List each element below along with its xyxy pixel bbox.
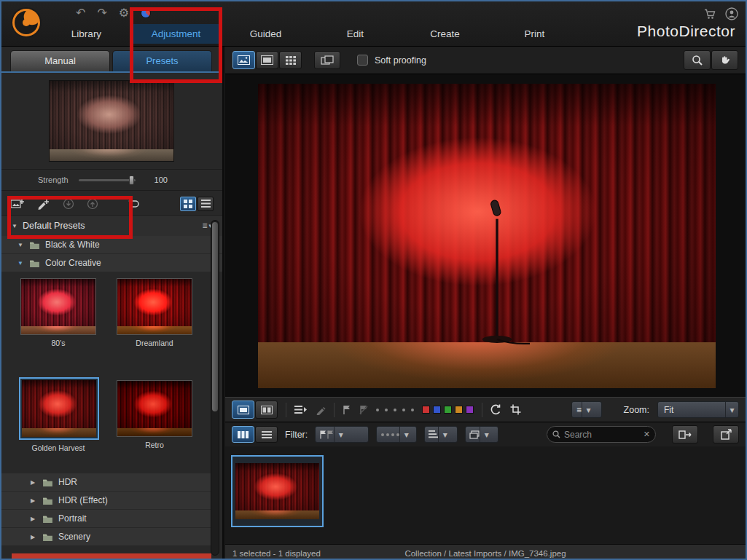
color-label-orange[interactable] <box>455 406 463 414</box>
undo-arrow-icon[interactable]: ↶ <box>76 6 85 20</box>
sidebar-tabs: Manual Presets <box>1 47 222 73</box>
cart-icon[interactable] <box>704 9 716 20</box>
open-external-icon[interactable] <box>713 425 739 443</box>
rating-dot[interactable] <box>411 409 414 411</box>
rating-dot[interactable] <box>385 409 388 411</box>
color-label-swatches <box>422 406 474 414</box>
gear-icon[interactable]: ⚙ <box>119 6 129 20</box>
rating-filter-dropdown[interactable]: ▾ <box>376 426 417 443</box>
folder-hdr-effect[interactable]: ▶ HDR (Effect) <box>1 492 211 509</box>
tab-guided[interactable]: Guided <box>221 24 310 44</box>
edit-pencil-icon[interactable] <box>316 405 326 415</box>
preset-golden-harvest-selected[interactable]: Golden Harvest <box>19 377 98 452</box>
add-preset-icon[interactable] <box>10 198 25 210</box>
default-presets-header[interactable]: ▼ Default Presets ≡ ▾ <box>1 216 222 236</box>
upload-preset-icon[interactable] <box>87 198 98 210</box>
grid-view-icon[interactable] <box>180 197 196 211</box>
preset-dreamland[interactable]: Dreamland <box>115 278 194 347</box>
stack-dropdown[interactable]: ▾ <box>465 426 498 443</box>
directorzone-badge-icon[interactable] <box>141 8 151 18</box>
folder-scenery[interactable]: ▶ Scenery <box>1 528 211 545</box>
tree-item-color-creative[interactable]: ▼ Color Creative <box>1 254 222 272</box>
download-preset-icon[interactable] <box>63 198 74 210</box>
crop-icon[interactable] <box>510 404 521 415</box>
browser-grid-icon[interactable] <box>279 51 302 69</box>
edit-preset-icon[interactable] <box>37 198 50 210</box>
account-icon[interactable] <box>725 7 738 20</box>
rating-dot[interactable] <box>394 409 396 411</box>
filmstrip-view-icon[interactable] <box>232 426 254 443</box>
main-workspace: Soft proofing <box>225 47 746 559</box>
flag-pick-icon[interactable] <box>343 405 351 415</box>
preset-folder-list: ▶ HDR ▶ HDR (Effect) ▶ Portrait ▶ Scener… <box>1 473 211 546</box>
strength-slider-handle[interactable] <box>129 176 134 185</box>
color-label-red[interactable] <box>422 406 430 414</box>
zoom-fit-dropdown[interactable]: Fit ▾ <box>657 401 739 418</box>
chevron-right-icon[interactable]: ▶ <box>31 534 37 540</box>
tab-manual[interactable]: Manual <box>10 50 110 71</box>
flag-filter-dropdown[interactable]: ▾ <box>315 426 369 443</box>
search-box[interactable]: ✕ <box>547 426 656 443</box>
pan-hand-icon[interactable] <box>711 50 738 70</box>
folder-hdr[interactable]: ▶ HDR <box>1 473 211 491</box>
preset-category-tree: ▼ Black & White ▼ Color Creative <box>1 236 222 272</box>
clear-search-icon[interactable]: ✕ <box>644 430 650 439</box>
magnifier-icon[interactable] <box>684 50 711 70</box>
sidebar-scrollbar[interactable] <box>211 220 219 556</box>
tree-item-black-white[interactable]: ▼ Black & White <box>1 236 222 253</box>
cyberlink-logo-icon[interactable] <box>10 7 42 39</box>
scrollbar-thumb[interactable] <box>212 222 218 411</box>
divider <box>482 403 482 417</box>
rating-dot[interactable] <box>376 409 379 411</box>
reset-undo-icon[interactable] <box>127 198 140 209</box>
compare-before-after-icon[interactable] <box>314 51 340 69</box>
tab-presets[interactable]: Presets <box>112 50 212 71</box>
strength-slider[interactable] <box>79 179 136 181</box>
soft-proofing-checkbox[interactable] <box>357 55 368 66</box>
tab-print[interactable]: Print <box>490 24 579 44</box>
color-label-purple[interactable] <box>466 406 474 414</box>
list-mode-icon[interactable] <box>255 426 278 443</box>
tab-adjustment[interactable]: Adjustment <box>131 24 221 44</box>
chevron-right-icon[interactable]: ▶ <box>31 516 37 522</box>
split-view-icon[interactable] <box>255 401 278 419</box>
single-photo-view-icon[interactable] <box>232 401 254 419</box>
tree-item-label: Color Creative <box>45 258 101 268</box>
single-view-icon[interactable] <box>232 51 255 69</box>
preset-80s[interactable]: 80's <box>19 278 98 347</box>
filmstrip-thumbnail-selected[interactable] <box>231 455 324 527</box>
search-input[interactable] <box>564 430 640 440</box>
folder-portrait[interactable]: ▶ Portrait <box>1 510 211 527</box>
compare-mode-group <box>232 401 278 419</box>
chevron-down-icon[interactable]: ▼ <box>17 260 24 267</box>
flag-reject-icon[interactable] <box>359 405 368 415</box>
tab-create[interactable]: Create <box>400 24 490 44</box>
color-label-green[interactable] <box>444 406 452 414</box>
caret-down-icon: ▾ <box>582 402 595 417</box>
sort-dropdown[interactable]: ▾ <box>424 426 458 443</box>
rotate-left-icon[interactable] <box>490 404 502 415</box>
metadata-list-dropdown[interactable]: ≡ ▾ <box>571 401 602 418</box>
folder-icon <box>42 515 53 523</box>
main-photo[interactable] <box>258 84 716 388</box>
chevron-right-icon[interactable]: ▶ <box>31 479 37 486</box>
preset-retro[interactable]: Retro <box>115 380 194 449</box>
color-label-blue[interactable] <box>433 406 441 414</box>
redo-arrow-icon[interactable]: ↷ <box>97 6 106 20</box>
rating-dot[interactable] <box>402 409 405 411</box>
list-view-icon[interactable] <box>197 197 214 211</box>
viewer-mode-group <box>232 51 302 69</box>
chevron-right-icon[interactable]: ▶ <box>31 497 37 504</box>
strength-control: Strength 100 <box>1 169 222 191</box>
tab-edit[interactable]: Edit <box>310 24 400 44</box>
stacked-photos-icon <box>469 430 480 439</box>
star-rating-dots[interactable] <box>376 409 414 411</box>
chevron-down-icon[interactable]: ▼ <box>17 242 24 248</box>
viewer-with-border-icon[interactable] <box>256 51 278 69</box>
show-history-icon[interactable] <box>294 405 308 414</box>
view-toolbar: Soft proofing <box>225 47 746 74</box>
tab-library[interactable]: Library <box>42 24 131 44</box>
export-icon[interactable] <box>672 425 698 443</box>
strength-label: Strength <box>38 176 69 184</box>
preset-view-toggle <box>180 197 214 211</box>
